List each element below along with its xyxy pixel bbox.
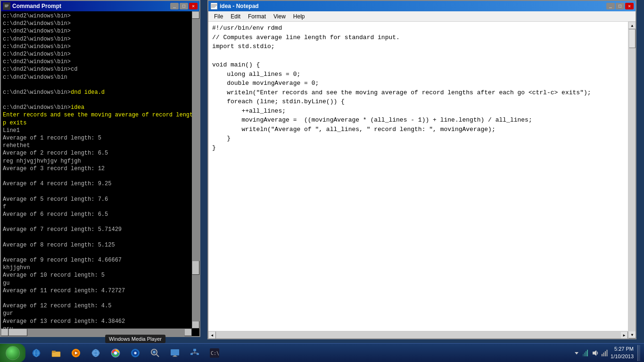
svg-rect-53: [607, 350, 608, 356]
system-tray: 5:27 PM 1/10/2013: [573, 345, 644, 361]
search-icon: [149, 347, 161, 359]
ie-icon: [31, 347, 42, 359]
taskbar-search-btn[interactable]: [146, 345, 165, 361]
svg-rect-8: [211, 7, 215, 8]
tray-network-icon[interactable]: [582, 349, 590, 357]
notepad-hscrollbar[interactable]: ◄ ►: [208, 331, 628, 338]
svg-text:C:\: C:\: [211, 351, 219, 356]
notepad-editor[interactable]: #!/usr/bin/env rdmd // Computes average …: [208, 22, 628, 338]
notepad-window-controls: _ □ ✕: [606, 3, 634, 9]
desktop-icon: [169, 347, 181, 359]
taskbar-chrome-btn[interactable]: [106, 345, 125, 361]
notepad-vscroll-track[interactable]: [628, 29, 636, 331]
media-player-icon: [70, 347, 82, 359]
svg-rect-5: [211, 4, 217, 5]
svg-marker-49: [593, 350, 596, 356]
notepad-title-text: idea - Notepad: [220, 3, 606, 9]
menu-help[interactable]: Help: [289, 12, 309, 21]
notepad-hscroll-right[interactable]: ►: [620, 331, 628, 338]
menu-view[interactable]: View: [270, 12, 289, 21]
taskbar-wmp-btn[interactable]: Windows Media Player: [126, 345, 145, 361]
network-icon: [189, 347, 200, 359]
notepad-hscroll-left[interactable]: ◄: [208, 331, 216, 338]
svg-rect-47: [586, 351, 586, 356]
start-button[interactable]: [0, 344, 25, 362]
taskbar-desktop-btn[interactable]: [165, 345, 184, 361]
clock-time: 5:27 PM: [611, 346, 634, 353]
cmd-title-text: Command Prompt: [12, 3, 170, 9]
svg-rect-35: [173, 356, 177, 357]
cmd-vscroll-thumb[interactable]: [192, 261, 199, 275]
taskbar-cmd-btn[interactable]: C:\: [205, 345, 224, 361]
menu-format[interactable]: Format: [244, 12, 270, 21]
svg-rect-38: [197, 353, 199, 355]
notepad-window: idea - Notepad _ □ ✕ File Edit Format Vi…: [207, 0, 636, 339]
cmd-text-container: c:\dnd2\windows\bin> c:\dnd2\windows\bin…: [1, 11, 192, 329]
menu-file[interactable]: File: [210, 12, 227, 21]
notepad-maximize-btn[interactable]: □: [616, 3, 624, 9]
notepad-title-icon: [210, 2, 218, 10]
svg-rect-51: [603, 353, 604, 356]
cmd-vscroll-track[interactable]: [192, 19, 199, 321]
cmd-output: c:\dnd2\windows\bin> c:\dnd2\windows\bin…: [3, 12, 190, 329]
start-orb: [6, 346, 20, 360]
notepad-minimize-btn[interactable]: _: [606, 3, 615, 9]
tray-arrow-icon[interactable]: [573, 349, 580, 357]
svg-rect-1: [5, 5, 8, 5]
svg-point-20: [92, 349, 99, 357]
svg-rect-37: [190, 353, 193, 355]
svg-rect-2: [5, 6, 8, 6]
svg-rect-45: [583, 354, 584, 356]
show-desktop-btn[interactable]: [637, 345, 640, 361]
cmd-maximize-btn[interactable]: □: [180, 3, 188, 9]
svg-rect-33: [171, 349, 179, 355]
cmd-hscroll-left[interactable]: ◄: [1, 329, 8, 336]
cmd-title-icon: [3, 2, 10, 10]
taskbar-folder-btn[interactable]: [47, 345, 66, 361]
notepad-close-btn[interactable]: ✕: [625, 3, 634, 9]
svg-rect-3: [5, 7, 8, 7]
cmd-vscroll-up[interactable]: ▲: [192, 11, 199, 19]
folder-icon: [50, 347, 62, 359]
notepad-menu: File Edit Format View Help: [208, 11, 636, 22]
notepad-vscroll-up[interactable]: ▲: [628, 22, 636, 29]
cmd-window: Command Prompt _ □ ✕ c:\dnd2\windows\bin…: [0, 0, 200, 337]
cmd-vscroll-down[interactable]: ▼: [192, 321, 199, 329]
chrome-icon: [110, 347, 121, 359]
taskbar-ie-btn[interactable]: [27, 345, 46, 361]
notepad-content: #!/usr/bin/env rdmd // Computes average …: [208, 22, 636, 338]
taskbar: Windows Media Player: [0, 343, 644, 362]
cmd-vscrollbar[interactable]: ▲ ▼: [192, 11, 199, 329]
svg-rect-50: [602, 354, 603, 356]
taskbar-wmp-tooltip: Windows Media Player: [105, 335, 165, 343]
menu-edit[interactable]: Edit: [227, 12, 244, 21]
svg-point-25: [114, 352, 117, 354]
wmp-icon: [130, 347, 141, 359]
taskbar-media-btn[interactable]: [66, 345, 85, 361]
cmd-window-controls: _ □ ✕: [170, 3, 198, 9]
svg-rect-46: [584, 353, 585, 356]
notepad-titlebar: idea - Notepad _ □ ✕: [208, 1, 636, 11]
notepad-vscrollbar[interactable]: ▲ ▼: [628, 22, 636, 338]
system-clock[interactable]: 5:27 PM 1/10/2013: [611, 346, 634, 360]
notepad-vscroll-down[interactable]: ▼: [628, 331, 636, 338]
taskbar-network-btn[interactable]: [185, 345, 204, 361]
svg-line-31: [157, 354, 159, 357]
cmd-close-btn[interactable]: ✕: [189, 3, 198, 9]
taskbar-globe-btn[interactable]: [86, 345, 105, 361]
cmd-content-area: c:\dnd2\windows\bin> c:\dnd2\windows\bin…: [1, 11, 199, 336]
cmd-hscroll-right[interactable]: ►: [184, 329, 192, 336]
notepad-hscroll-track[interactable]: [216, 331, 620, 338]
cmd-minimize-btn[interactable]: _: [170, 3, 179, 9]
svg-point-32: [153, 351, 156, 354]
svg-rect-34: [173, 355, 176, 356]
svg-rect-48: [587, 350, 588, 356]
tray-volume-icon[interactable]: [592, 349, 599, 357]
svg-point-29: [135, 352, 136, 354]
notepad-vscroll-thumb[interactable]: [629, 29, 636, 48]
svg-marker-44: [575, 352, 578, 354]
cmd-hscroll-thumb[interactable]: [8, 329, 27, 336]
svg-rect-36: [193, 349, 196, 351]
tray-signal-icon[interactable]: [601, 349, 609, 357]
cmd-titlebar: Command Prompt _ □ ✕: [1, 1, 199, 11]
